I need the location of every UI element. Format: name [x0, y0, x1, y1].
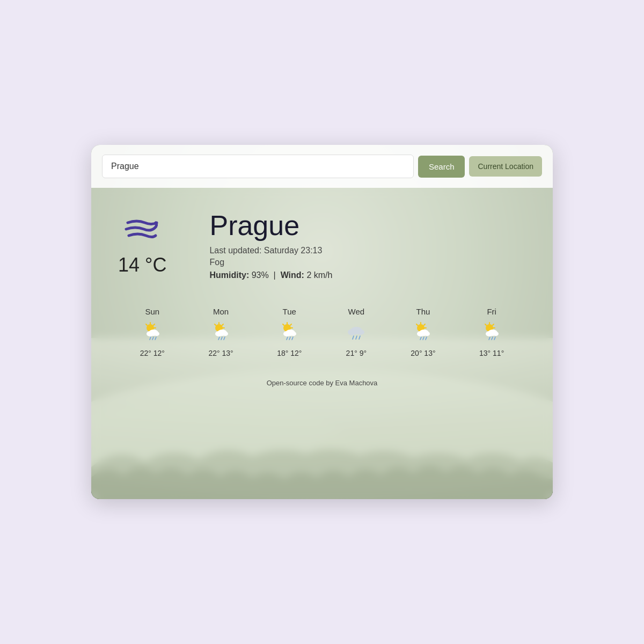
- forecast-icon: [279, 320, 300, 345]
- forecast-icon: [210, 320, 232, 345]
- svg-line-16: [155, 337, 156, 340]
- svg-rect-25: [217, 333, 227, 335]
- svg-line-19: [222, 324, 223, 325]
- humidity-label: Humidity:: [209, 270, 249, 280]
- search-bar-area: Search Current Location: [91, 145, 553, 188]
- forecast-day-name: Mon: [213, 307, 229, 316]
- svg-rect-68: [488, 333, 497, 335]
- app-container: Search Current Location: [91, 145, 553, 499]
- condition: Fog: [209, 258, 526, 267]
- forecast-day: Sun 22° 12°: [140, 307, 165, 357]
- svg-line-57: [420, 337, 421, 340]
- humidity-value: 93%: [252, 270, 269, 280]
- weather-icon-temp: 14 °C: [118, 213, 166, 276]
- svg-rect-13: [149, 333, 158, 335]
- svg-line-62: [493, 324, 494, 325]
- forecast-icon: [346, 320, 367, 345]
- wind-icon: [123, 213, 161, 247]
- forecast-temps: 21° 9°: [346, 349, 367, 357]
- search-input[interactable]: [102, 155, 414, 178]
- svg-line-46: [356, 336, 357, 339]
- forecast-temps: 20° 13°: [411, 349, 435, 357]
- forecast-day-name: Sun: [145, 307, 160, 316]
- forecast-temps: 22° 13°: [208, 349, 233, 357]
- forecast-day: Wed 21° 9°: [346, 307, 367, 357]
- svg-line-71: [494, 337, 495, 340]
- svg-rect-44: [351, 331, 363, 334]
- forecast-day-name: Fri: [487, 307, 496, 316]
- svg-line-47: [359, 336, 360, 339]
- temperature-display: 14 °C: [118, 254, 166, 276]
- city-name: Prague: [209, 209, 526, 241]
- svg-line-28: [224, 337, 225, 340]
- svg-line-27: [221, 337, 222, 340]
- content-wrapper: Search Current Location: [91, 145, 553, 499]
- search-button[interactable]: Search: [418, 156, 465, 178]
- svg-line-14: [150, 337, 151, 340]
- svg-rect-56: [419, 333, 429, 335]
- svg-line-15: [152, 337, 153, 340]
- current-weather-section: 14 °C Prague Last updated: Saturday 23:1…: [118, 209, 526, 280]
- forecast-day: Thu 20° 13°: [411, 307, 435, 357]
- svg-line-33: [283, 324, 284, 325]
- svg-line-26: [218, 337, 219, 340]
- svg-line-59: [426, 337, 427, 340]
- forecast-temps: 13° 11°: [479, 349, 504, 357]
- svg-line-31: [290, 324, 291, 325]
- last-updated: Last updated: Saturday 23:13: [209, 246, 526, 255]
- footer: Open-source code by Eva Machova: [118, 374, 526, 387]
- svg-line-69: [489, 337, 490, 340]
- svg-line-9: [146, 324, 147, 325]
- forecast-temps: 18° 12°: [277, 349, 302, 357]
- wind-value: 2 km/h: [306, 270, 332, 280]
- svg-line-58: [423, 337, 424, 340]
- weather-details: Prague Last updated: Saturday 23:13 Fog …: [209, 209, 526, 280]
- svg-line-39: [289, 337, 290, 340]
- svg-line-52: [416, 324, 418, 325]
- forecast-day-name: Thu: [416, 307, 430, 316]
- svg-line-45: [353, 336, 354, 339]
- svg-line-70: [492, 337, 493, 340]
- forecast-temps: 22° 12°: [140, 349, 165, 357]
- forecast-section: Sun 22° 12° Mon: [118, 307, 526, 357]
- svg-line-38: [287, 337, 288, 340]
- svg-line-40: [292, 337, 293, 340]
- forecast-day: Mon 22° 13°: [208, 307, 233, 357]
- svg-rect-37: [286, 333, 295, 335]
- svg-line-50: [424, 324, 425, 325]
- forecast-day-name: Tue: [283, 307, 296, 316]
- wind-label: Wind:: [281, 270, 304, 280]
- humidity-wind: Humidity: 93% | Wind: 2 km/h: [209, 270, 526, 280]
- forecast-day: Tue 18° 12°: [277, 307, 302, 357]
- svg-line-64: [485, 324, 486, 325]
- svg-line-7: [153, 324, 155, 325]
- forecast-icon: [412, 320, 434, 345]
- current-location-button[interactable]: Current Location: [469, 156, 542, 177]
- weather-card: 14 °C Prague Last updated: Saturday 23:1…: [91, 188, 553, 499]
- svg-line-21: [215, 324, 216, 325]
- forecast-icon: [481, 320, 502, 345]
- forecast-day-name: Wed: [348, 307, 365, 316]
- forecast-day: Fri 13° 11°: [479, 307, 504, 357]
- forecast-icon: [142, 320, 163, 345]
